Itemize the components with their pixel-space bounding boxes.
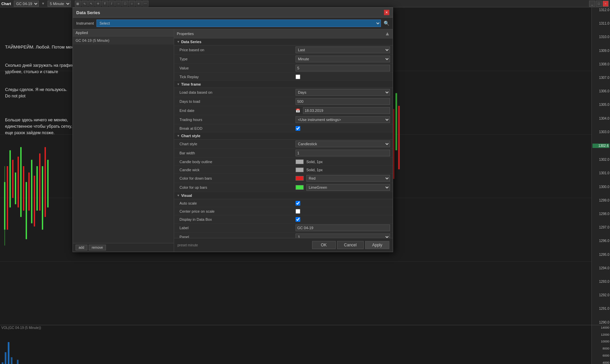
price-1312: 1312.0 bbox=[592, 8, 609, 12]
prop-trading-hours: Trading hours <Use instrument settings> bbox=[174, 115, 393, 124]
properties-header: Properties ▲ bbox=[174, 29, 393, 38]
center-price-checkbox[interactable] bbox=[296, 209, 300, 214]
dialog-instrument-row: Instrument Select 🔍 bbox=[73, 18, 393, 29]
price-based-on-select[interactable]: Last bbox=[296, 47, 390, 53]
chart-style-label: Chart style bbox=[177, 142, 296, 146]
remove-button[interactable]: remove bbox=[89, 245, 106, 250]
close-icon[interactable]: × bbox=[603, 1, 609, 7]
ok-button[interactable]: OK bbox=[312, 241, 336, 249]
rectangle-tool-icon[interactable]: □ bbox=[122, 1, 128, 7]
price-axis: 1312.0 1311.0 1310.0 1309.0 1308.0 1307.… bbox=[591, 7, 610, 325]
price-1290: 1290.0 bbox=[592, 321, 609, 324]
prop-candle-body-outline: Candle body outline Solid, 1px bbox=[174, 158, 393, 166]
ray-tool-icon[interactable]: → bbox=[115, 1, 121, 7]
fib-tool-icon[interactable]: ≡ bbox=[136, 1, 142, 7]
preset-minute-text: preset minute bbox=[177, 243, 198, 247]
trading-hours-select[interactable]: <Use instrument settings> bbox=[296, 116, 390, 123]
color-up-bars-label: Color for up bars bbox=[177, 185, 296, 189]
ellipse-tool-icon[interactable]: ○ bbox=[129, 1, 135, 7]
label-input[interactable] bbox=[296, 224, 390, 231]
minimize-icon[interactable]: _ bbox=[589, 1, 595, 7]
candle-body-outline-label: Candle body outline bbox=[177, 160, 296, 164]
label-value bbox=[296, 224, 390, 231]
panel-select[interactable]: 1 bbox=[296, 234, 390, 238]
color-down-swatch[interactable] bbox=[296, 176, 304, 181]
type-select[interactable]: Minute bbox=[296, 56, 390, 62]
window-controls: _ □ × bbox=[589, 1, 609, 7]
prop-break-at-eod: Break at EOD bbox=[174, 124, 393, 132]
days-to-load-label: Days to load bbox=[177, 99, 296, 103]
candle-body-value: Solid, 1px bbox=[296, 159, 390, 164]
instrument-select[interactable]: GC 04-19 bbox=[14, 1, 39, 7]
scroll-up-icon[interactable]: ▲ bbox=[385, 31, 390, 37]
price-1301: 1301.0 bbox=[592, 171, 609, 175]
type-label: Type bbox=[177, 57, 296, 61]
load-data-value: Days bbox=[296, 89, 390, 96]
section-timeframe-triangle: ▼ bbox=[177, 83, 180, 86]
trading-hours-value: <Use instrument settings> bbox=[296, 116, 390, 123]
dialog-close-button[interactable]: × bbox=[384, 10, 389, 15]
price-1297: 1297.0 bbox=[592, 225, 609, 229]
auto-scale-checkbox[interactable] bbox=[296, 201, 300, 206]
apply-button[interactable]: Apply bbox=[365, 241, 389, 249]
price-1311: 1311.0 bbox=[592, 22, 609, 25]
bar-width-input[interactable] bbox=[296, 150, 390, 156]
line-tool-icon[interactable]: / bbox=[109, 1, 115, 7]
price-highlighted: 1302.6 bbox=[592, 144, 609, 148]
price-1304: 1304.0 bbox=[592, 117, 609, 120]
section-chart-style[interactable]: ▼ Chart style bbox=[174, 132, 393, 140]
maximize-icon[interactable]: □ bbox=[596, 1, 602, 7]
section-visual-label: Visual bbox=[181, 193, 192, 198]
more-tools-icon[interactable]: ⋯ bbox=[142, 1, 148, 7]
instrument-dropdown[interactable]: Select bbox=[96, 20, 381, 27]
candle-wick-label: Candle wick bbox=[177, 168, 296, 172]
add-remove-bar: add remove bbox=[73, 243, 174, 252]
trading-hours-label: Trading hours bbox=[177, 118, 296, 122]
add-button[interactable]: add bbox=[76, 245, 87, 250]
price-1292: 1292.0 bbox=[592, 293, 609, 297]
section-time-frame[interactable]: ▼ Time frame bbox=[174, 81, 393, 88]
properties-scroll[interactable]: ▼ Data Series Price based on Last Type bbox=[174, 38, 393, 238]
price-1306: 1306.0 bbox=[592, 89, 609, 93]
type-value: Minute bbox=[296, 56, 390, 62]
value-input[interactable] bbox=[296, 65, 390, 71]
tick-replay-checkbox[interactable] bbox=[296, 74, 300, 79]
load-data-select[interactable]: Days bbox=[296, 89, 390, 96]
line-chart-icon[interactable]: ∿ bbox=[82, 1, 88, 7]
candle-wick-color[interactable] bbox=[296, 168, 304, 172]
chart-tool-icons: ▦ ∿ ↖ ✛ T / → □ ○ ≡ ⋯ bbox=[75, 1, 148, 7]
candle-wick-text: Solid, 1px bbox=[306, 168, 323, 172]
display-data-box-value bbox=[296, 217, 390, 222]
prop-days-to-load: Days to load bbox=[174, 97, 393, 106]
text-tool-icon[interactable]: T bbox=[102, 1, 108, 7]
prop-center-price: Center price on scale bbox=[174, 207, 393, 215]
color-down-select[interactable]: Red bbox=[306, 175, 390, 182]
section-data-series-label: Data Series bbox=[181, 40, 201, 44]
end-date-input[interactable] bbox=[303, 107, 390, 114]
chart-style-select[interactable]: Candlestick bbox=[296, 141, 390, 147]
price-1305: 1305.0 bbox=[592, 103, 609, 107]
bar-chart-icon[interactable]: ▦ bbox=[75, 1, 81, 7]
prop-bar-width: Bar width bbox=[174, 149, 393, 158]
color-up-swatch[interactable] bbox=[296, 185, 304, 190]
crosshair-icon[interactable]: ✛ bbox=[95, 1, 101, 7]
value-field-container bbox=[296, 65, 390, 71]
data-series-dialog: Data Series × Instrument Select 🔍 Applie… bbox=[73, 7, 393, 252]
section-chart-triangle: ▼ bbox=[177, 134, 180, 138]
days-to-load-input[interactable] bbox=[296, 98, 390, 105]
cursor-icon[interactable]: ↖ bbox=[88, 1, 94, 7]
instrument-label: Instrument bbox=[76, 21, 94, 25]
color-up-select[interactable]: LimeGreen bbox=[306, 184, 390, 191]
search-icon[interactable]: 🔍 bbox=[384, 21, 389, 26]
timeframe-select[interactable]: 5 Minute bbox=[48, 1, 71, 7]
candle-body-color[interactable] bbox=[296, 159, 304, 164]
break-at-eod-checkbox[interactable] bbox=[296, 126, 300, 131]
display-data-box-label: Display in Data Box bbox=[177, 217, 296, 221]
applied-spacer bbox=[73, 44, 174, 243]
cancel-button[interactable]: Cancel bbox=[337, 241, 364, 249]
dialog-body: Applied GC 04-19 (5 Minute) add remove P… bbox=[73, 29, 393, 252]
section-visual[interactable]: ▼ Visual bbox=[174, 192, 393, 199]
applied-item[interactable]: GC 04-19 (5 Minute) bbox=[73, 36, 174, 44]
display-data-box-checkbox[interactable] bbox=[296, 217, 300, 222]
section-data-series[interactable]: ▼ Data Series bbox=[174, 38, 393, 46]
